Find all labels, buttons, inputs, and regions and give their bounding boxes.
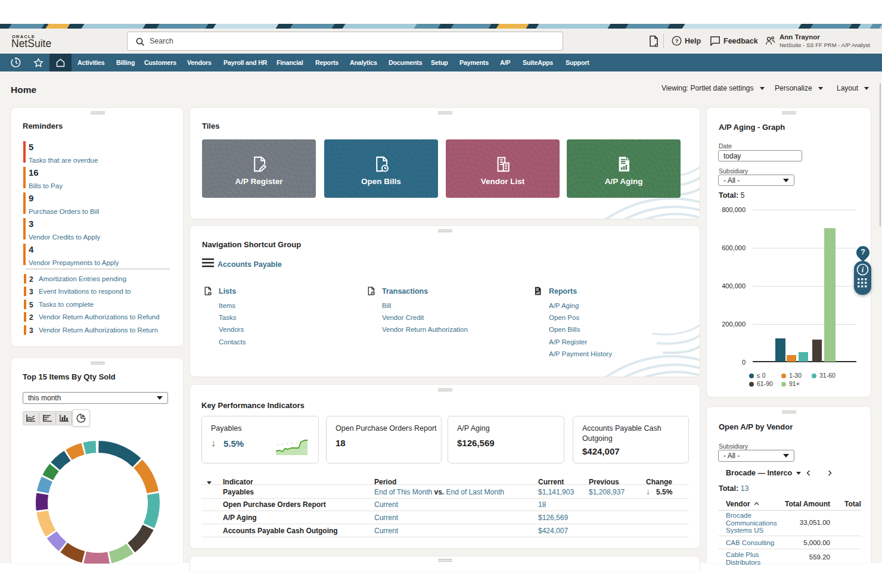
svg-text:i: i xyxy=(862,266,864,274)
svg-text:?: ? xyxy=(675,38,679,44)
